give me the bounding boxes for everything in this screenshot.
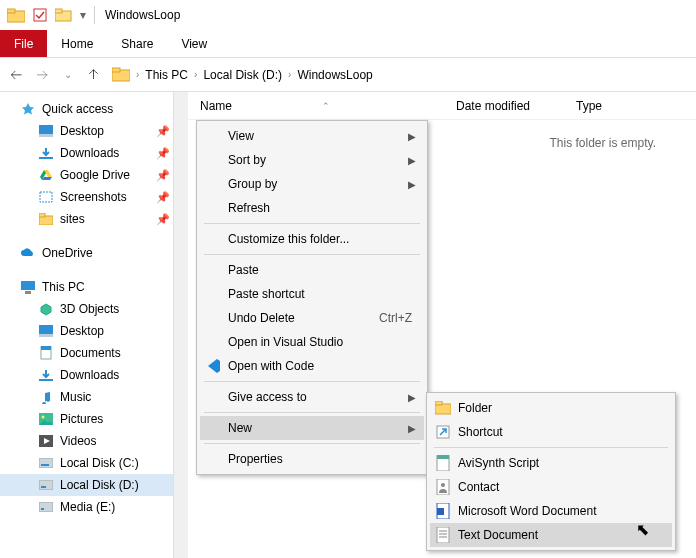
back-button[interactable]: 🡠 [8, 67, 24, 83]
menu-undo-delete[interactable]: Undo DeleteCtrl+Z [200, 306, 424, 330]
col-type[interactable]: Type [564, 99, 614, 113]
context-menu: View▶ Sort by▶ Group by▶ Refresh Customi… [196, 120, 428, 475]
svg-point-21 [42, 416, 45, 419]
svg-point-35 [441, 483, 445, 487]
tab-home[interactable]: Home [47, 30, 107, 57]
svg-rect-12 [39, 213, 45, 217]
menu-group-by[interactable]: Group by▶ [200, 172, 424, 196]
sidebar-quick-access[interactable]: Quick access [0, 98, 188, 120]
drive-icon [38, 455, 54, 471]
chevron-right-icon[interactable]: › [288, 69, 291, 80]
contact-icon [434, 478, 452, 496]
sidebar-item-media-e[interactable]: Media (E:) [0, 496, 188, 518]
sidebar-item-pictures[interactable]: Pictures [0, 408, 188, 430]
svg-rect-8 [39, 134, 53, 137]
empty-folder-text: This folder is empty. [550, 136, 656, 150]
pin-icon: 📌 [156, 169, 170, 182]
documents-icon [38, 345, 54, 361]
word-icon [434, 502, 452, 520]
sidebar-item-localdisk-c[interactable]: Local Disk (C:) [0, 452, 188, 474]
crumb-drive[interactable]: Local Disk (D:) [203, 68, 282, 82]
menu-open-visual-studio[interactable]: Open in Visual Studio [200, 330, 424, 354]
forward-button[interactable]: 🡢 [34, 67, 50, 83]
menu-view[interactable]: View▶ [200, 124, 424, 148]
menu-refresh[interactable]: Refresh [200, 196, 424, 220]
sidebar-thispc[interactable]: This PC [0, 276, 188, 298]
music-icon [38, 389, 54, 405]
pin-icon: 📌 [156, 147, 170, 160]
svg-rect-6 [112, 68, 120, 72]
script-icon [434, 454, 452, 472]
newmenu-avisynth[interactable]: AviSynth Script [430, 451, 672, 475]
cloud-icon [20, 245, 36, 261]
sidebar-item-localdisk-d[interactable]: Local Disk (D:) [0, 474, 188, 496]
recent-dropdown[interactable]: ⌄ [60, 67, 76, 83]
chevron-right-icon: ▶ [408, 423, 416, 434]
menu-new[interactable]: New▶ [200, 416, 424, 440]
tab-view[interactable]: View [167, 30, 221, 57]
sidebar-item-downloads[interactable]: Downloads📌 [0, 142, 188, 164]
chevron-right-icon: ▶ [408, 131, 416, 142]
newmenu-shortcut[interactable]: Shortcut [430, 420, 672, 444]
newmenu-contact[interactable]: Contact [430, 475, 672, 499]
chevron-right-icon[interactable]: › [194, 69, 197, 80]
col-date[interactable]: Date modified [444, 99, 564, 113]
folder-icon [434, 399, 452, 417]
chevron-right-icon[interactable]: › [136, 69, 139, 80]
newmenu-folder[interactable]: Folder [430, 396, 672, 420]
sort-indicator-icon: ⌃ [322, 101, 330, 111]
svg-rect-13 [21, 281, 35, 290]
col-name[interactable]: Name⌃ [188, 99, 444, 113]
svg-rect-7 [39, 125, 53, 134]
properties-qat-icon[interactable] [30, 5, 50, 25]
sidebar-item-screenshots[interactable]: Screenshots📌 [0, 186, 188, 208]
chevron-right-icon: ▶ [408, 155, 416, 166]
svg-rect-23 [39, 458, 53, 468]
folder-icon [112, 66, 130, 84]
menu-paste-shortcut: Paste shortcut [200, 282, 424, 306]
sidebar-item-documents[interactable]: Documents [0, 342, 188, 364]
up-button[interactable]: 🡡 [86, 67, 102, 83]
shortcut-text: Ctrl+Z [379, 311, 412, 325]
newmenu-word[interactable]: Microsoft Word Document [430, 499, 672, 523]
svg-rect-37 [437, 508, 444, 515]
menu-open-with-code[interactable]: Open with Code [200, 354, 424, 378]
shortcut-icon [434, 423, 452, 441]
sidebar-onedrive[interactable]: OneDrive [0, 242, 188, 264]
sidebar-item-desktop2[interactable]: Desktop [0, 320, 188, 342]
sidebar-item-google-drive[interactable]: Google Drive📌 [0, 164, 188, 186]
new-folder-qat-icon[interactable] [54, 5, 74, 25]
crumb-folder[interactable]: WindowsLoop [297, 68, 372, 82]
nav-pane[interactable]: Quick access Desktop📌 Downloads📌 Google … [0, 92, 188, 558]
svg-rect-25 [39, 480, 53, 490]
column-headers: Name⌃ Date modified Type [188, 92, 696, 120]
address-bar[interactable]: › This PC › Local Disk (D:) › WindowsLoo… [112, 66, 688, 84]
newmenu-text[interactable]: Text Document [430, 523, 672, 547]
svg-rect-4 [55, 9, 62, 13]
menu-give-access-to[interactable]: Give access to▶ [200, 385, 424, 409]
desktop-icon [38, 323, 54, 339]
sidebar-item-sites[interactable]: sites📌 [0, 208, 188, 230]
sidebar-item-music[interactable]: Music [0, 386, 188, 408]
title-bar: ▾ WindowsLoop [0, 0, 696, 30]
tab-file[interactable]: File [0, 30, 47, 57]
svg-rect-26 [41, 486, 46, 488]
drive-icon [38, 499, 54, 515]
menu-sort-by[interactable]: Sort by▶ [200, 148, 424, 172]
qat-dropdown-icon[interactable]: ▾ [78, 5, 88, 25]
sidebar-item-downloads2[interactable]: Downloads [0, 364, 188, 386]
sidebar-item-desktop[interactable]: Desktop📌 [0, 120, 188, 142]
svg-rect-14 [25, 291, 31, 294]
crumb-thispc[interactable]: This PC [145, 68, 188, 82]
menu-customize-folder[interactable]: Customize this folder... [200, 227, 424, 251]
sidebar-item-3dobjects[interactable]: 3D Objects [0, 298, 188, 320]
pc-icon [20, 279, 36, 295]
svg-rect-30 [435, 401, 442, 405]
downloads-icon [38, 145, 54, 161]
pin-icon: 📌 [156, 125, 170, 138]
drive-icon [38, 477, 54, 493]
tab-share[interactable]: Share [107, 30, 167, 57]
sidebar-item-videos[interactable]: Videos [0, 430, 188, 452]
desktop-icon [38, 123, 54, 139]
menu-properties[interactable]: Properties [200, 447, 424, 471]
